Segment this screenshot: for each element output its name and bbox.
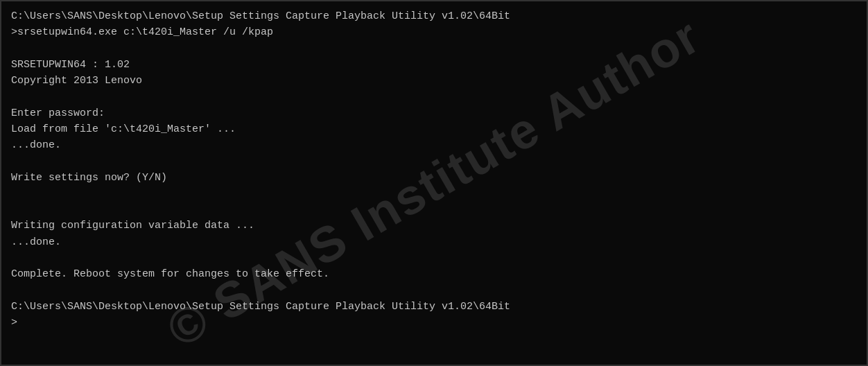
terminal-window: C:\Users\SANS\Desktop\Lenovo\Setup Setti… [0,0,868,366]
terminal-line: Copyright 2013 Lenovo [11,73,857,89]
terminal-line: Complete. Reboot system for changes to t… [11,266,857,282]
terminal-line [11,41,857,57]
terminal-line: C:\Users\SANS\Desktop\Lenovo\Setup Setti… [11,8,857,24]
terminal-line: ...done. [11,137,857,153]
terminal-line [11,186,857,202]
terminal-line: ...done. [11,234,857,250]
terminal-line [11,202,857,218]
terminal-line: Write settings now? (Y/N) [11,170,857,186]
terminal-line: > [11,315,857,331]
terminal-line [11,282,857,298]
terminal-line: C:\Users\SANS\Desktop\Lenovo\Setup Setti… [11,299,857,315]
terminal-line: Writing configuration variable data ... [11,218,857,234]
terminal-line: SRSETUPWIN64 : 1.02 [11,57,857,73]
terminal-line: >srsetupwin64.exe c:\t420i_Master /u /kp… [11,24,857,40]
terminal-line [11,250,857,266]
terminal-line: Load from file 'c:\t420i_Master' ... [11,121,857,137]
terminal-line [11,89,857,105]
terminal-line [11,153,857,169]
terminal-line: Enter password: [11,105,857,121]
terminal-output: C:\Users\SANS\Desktop\Lenovo\Setup Setti… [11,8,857,331]
